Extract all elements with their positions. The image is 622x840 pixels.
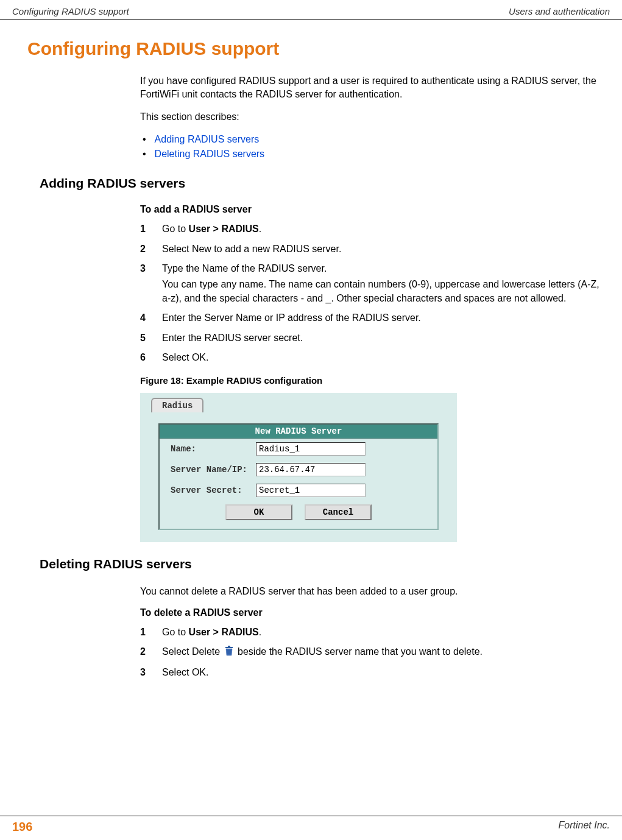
cancel-button[interactable]: Cancel — [305, 504, 372, 520]
server-label: Server Name/IP: — [171, 465, 256, 475]
del-step-2: 2 Select Delete beside the RADIUS server… — [140, 645, 604, 660]
delete-intro: You cannot delete a RADIUS server that h… — [140, 585, 604, 598]
ok-button[interactable]: OK — [225, 504, 292, 520]
procedure-delete-title: To delete a RADIUS server — [140, 607, 604, 618]
form-row-secret: Server Secret: — [160, 480, 437, 501]
step-number: 1 — [140, 626, 162, 639]
step-text-pre: Go to — [162, 224, 189, 234]
add-step-2: 2 Select New to add a new RADIUS server. — [140, 242, 604, 256]
toc-bullet-list: Adding RADIUS servers Deleting RADIUS se… — [140, 132, 604, 161]
form-row-server: Server Name/IP: — [160, 459, 437, 480]
page-number: 196 — [12, 820, 32, 834]
trash-icon — [224, 645, 234, 660]
step-number: 2 — [140, 645, 162, 660]
svg-rect-1 — [228, 646, 230, 647]
del-step-3: 3 Select OK. — [140, 666, 604, 679]
step-number: 3 — [140, 262, 162, 305]
name-input[interactable] — [256, 442, 366, 456]
step-text: Go to User > RADIUS. — [162, 222, 604, 236]
name-label: Name: — [171, 444, 256, 454]
link-adding-radius[interactable]: Adding RADIUS servers — [155, 134, 260, 144]
step-text: Select Delete beside the RADIUS server n… — [162, 645, 604, 660]
step-number: 4 — [140, 311, 162, 325]
step-text-main: Type the Name of the RADIUS server. — [162, 263, 327, 274]
step-text-post: . — [259, 224, 261, 234]
dialog-button-row: OK Cancel — [160, 501, 437, 520]
server-input[interactable] — [256, 463, 366, 476]
panel-title: New RADIUS Server — [160, 425, 437, 439]
add-step-3: 3 Type the Name of the RADIUS server. Yo… — [140, 262, 604, 305]
add-step-5: 5 Enter the RADIUS server secret. — [140, 331, 604, 345]
step-text: Enter the RADIUS server secret. — [162, 331, 604, 345]
step-text: Type the Name of the RADIUS server. You … — [162, 262, 604, 305]
section-title: Configuring RADIUS support — [27, 38, 610, 59]
figure-caption: Figure 18: Example RADIUS configuration — [140, 375, 604, 386]
radius-panel: New RADIUS Server Name: Server Name/IP: … — [158, 423, 439, 530]
header-right: Users and authentication — [509, 6, 610, 16]
step-text: Go to User > RADIUS. — [162, 626, 604, 639]
main-content: Configuring RADIUS support If you have c… — [0, 38, 622, 680]
step-subtext: You can type any name. The name can cont… — [162, 278, 604, 305]
secret-input[interactable] — [256, 484, 366, 497]
subsection-adding: Adding RADIUS servers — [40, 176, 610, 191]
step-number: 1 — [140, 222, 162, 236]
step-text-pre: Go to — [162, 627, 189, 637]
step-text-pre: Select Delete — [162, 647, 223, 657]
step-text: Select OK. — [162, 351, 604, 364]
step-text: Select OK. — [162, 666, 604, 679]
radius-config-dialog: Radius New RADIUS Server Name: Server Na… — [140, 393, 457, 542]
intro-paragraph-1: If you have configured RADIUS support an… — [140, 74, 604, 102]
step-text-post: beside the RADIUS server name that you w… — [235, 647, 482, 657]
add-step-6: 6 Select OK. — [140, 351, 604, 364]
link-deleting-radius[interactable]: Deleting RADIUS servers — [155, 149, 265, 159]
step-number: 5 — [140, 331, 162, 345]
step-text-post: . — [259, 627, 261, 637]
step-text: Select New to add a new RADIUS server. — [162, 242, 604, 256]
add-step-4: 4 Enter the Server Name or IP address of… — [140, 311, 604, 325]
page-footer: 196 Fortinet Inc. — [0, 816, 622, 834]
add-step-1: 1 Go to User > RADIUS. — [140, 222, 604, 236]
del-step-1: 1 Go to User > RADIUS. — [140, 626, 604, 639]
secret-label: Server Secret: — [171, 485, 256, 495]
step-number: 6 — [140, 351, 162, 364]
header-left: Configuring RADIUS support — [12, 6, 129, 16]
step-text: Enter the Server Name or IP address of t… — [162, 311, 604, 325]
svg-rect-0 — [225, 647, 233, 648]
procedure-add-title: To add a RADIUS server — [140, 204, 604, 215]
step-text-bold: User > RADIUS — [189, 224, 259, 234]
step-text-bold: User > RADIUS — [189, 627, 259, 637]
step-number: 3 — [140, 666, 162, 679]
intro-paragraph-2: This section describes: — [140, 110, 604, 124]
subsection-deleting: Deleting RADIUS servers — [40, 557, 610, 571]
step-number: 2 — [140, 242, 162, 256]
footer-company: Fortinet Inc. — [559, 820, 610, 834]
form-row-name: Name: — [160, 439, 437, 459]
radius-tab[interactable]: Radius — [151, 398, 203, 412]
page-header: Configuring RADIUS support Users and aut… — [0, 0, 622, 20]
